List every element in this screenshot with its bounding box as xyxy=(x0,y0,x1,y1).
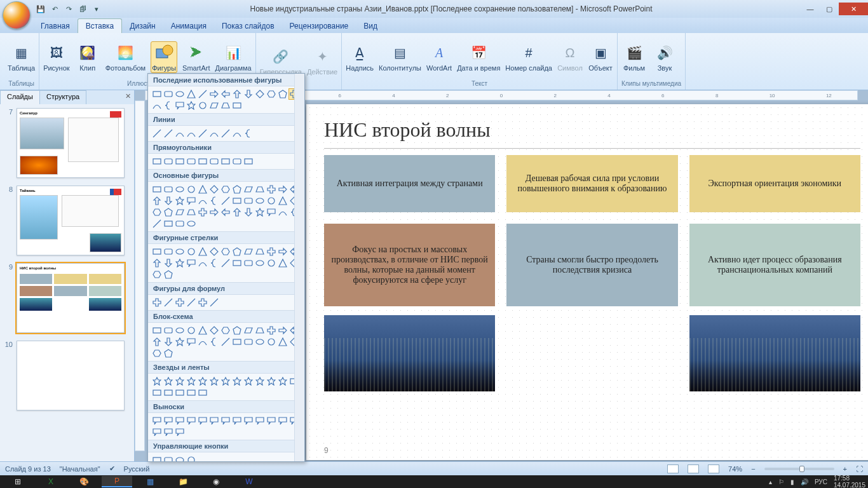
shape-option[interactable] xyxy=(163,100,173,111)
shape-option[interactable] xyxy=(198,297,208,308)
task-excel[interactable]: X xyxy=(36,476,66,487)
shape-option[interactable] xyxy=(175,297,185,308)
shape-option[interactable] xyxy=(266,89,276,99)
shape-option[interactable] xyxy=(266,247,276,257)
shape-option[interactable] xyxy=(220,207,231,217)
shape-option[interactable] xyxy=(186,207,196,217)
status-language[interactable]: Русский xyxy=(124,465,150,473)
shape-option[interactable] xyxy=(175,247,185,257)
shape-option[interactable] xyxy=(175,258,185,268)
shape-option[interactable] xyxy=(163,427,173,437)
shape-option[interactable] xyxy=(175,89,185,99)
outline-tab[interactable]: Структура xyxy=(39,90,86,104)
shape-option[interactable] xyxy=(186,337,196,347)
shape-option[interactable] xyxy=(209,376,219,386)
shape-option[interactable] xyxy=(278,89,288,99)
qat-save-icon[interactable]: 💾 xyxy=(36,4,46,14)
shape-option[interactable] xyxy=(209,128,219,139)
shape-option[interactable] xyxy=(243,128,254,139)
slide-card-6[interactable]: Активно идет процесс образования трансна… xyxy=(689,224,860,306)
shape-option[interactable] xyxy=(186,156,196,166)
shape-option[interactable] xyxy=(255,207,265,217)
shape-option[interactable] xyxy=(243,376,254,386)
shape-option[interactable] xyxy=(243,196,254,206)
minimize-button[interactable]: — xyxy=(801,3,820,15)
clip-button[interactable]: 🎑Клип xyxy=(75,43,100,72)
shape-option[interactable] xyxy=(175,388,185,398)
shape-option[interactable] xyxy=(255,337,265,347)
shape-option[interactable] xyxy=(255,89,265,99)
photoalbum-button[interactable]: 🌅Фотоальбом xyxy=(105,43,146,72)
shape-option[interactable] xyxy=(186,128,196,139)
shape-option[interactable] xyxy=(243,184,254,194)
shape-option[interactable] xyxy=(152,455,162,462)
slide-card-3[interactable]: Экспортная ориентация экономики xyxy=(689,155,860,212)
picture-button[interactable]: 🖼Рисунок xyxy=(43,43,70,72)
shape-option[interactable] xyxy=(209,258,219,268)
shape-option[interactable] xyxy=(163,258,173,268)
shape-option[interactable] xyxy=(152,258,162,268)
shape-option[interactable] xyxy=(152,325,162,336)
shape-option[interactable] xyxy=(220,196,231,206)
qat-redo-icon[interactable]: ↷ xyxy=(64,4,74,14)
shape-option[interactable] xyxy=(232,156,242,166)
task-word[interactable]: W xyxy=(234,476,264,487)
slide-thumb-9[interactable]: 9 НИС второй волны xyxy=(4,263,130,333)
zoom-percent[interactable]: 74% xyxy=(728,465,742,473)
shapes-button[interactable]: Фигуры xyxy=(151,41,177,73)
slide-card-1[interactable]: Активная интеграция между странами xyxy=(324,155,495,212)
view-normal-button[interactable] xyxy=(667,464,679,473)
shape-option[interactable] xyxy=(163,388,173,398)
shape-option[interactable] xyxy=(243,258,254,268)
shape-option[interactable] xyxy=(209,207,219,217)
shape-option[interactable] xyxy=(255,196,265,206)
shape-option[interactable] xyxy=(278,258,288,268)
shape-option[interactable] xyxy=(163,325,173,336)
shape-option[interactable] xyxy=(220,89,231,99)
tray-keyboard-layout[interactable]: РУС xyxy=(815,478,827,485)
shape-option[interactable] xyxy=(255,416,265,426)
shape-option[interactable] xyxy=(175,376,185,386)
shape-option[interactable] xyxy=(186,89,196,99)
shape-option[interactable] xyxy=(266,207,276,217)
shape-option[interactable] xyxy=(186,297,196,308)
shape-option[interactable] xyxy=(209,196,219,206)
shape-option[interactable] xyxy=(163,89,173,99)
shape-option[interactable] xyxy=(163,455,173,462)
shape-option[interactable] xyxy=(278,337,288,347)
shape-option[interactable] xyxy=(198,247,208,257)
tab-slideshow[interactable]: Показ слайдов xyxy=(214,19,282,33)
shape-option[interactable] xyxy=(198,184,208,194)
shape-option[interactable] xyxy=(255,325,265,336)
shape-option[interactable] xyxy=(175,196,185,206)
shape-option[interactable] xyxy=(243,325,254,336)
shape-option[interactable] xyxy=(278,376,288,386)
shape-option[interactable] xyxy=(198,207,208,217)
shape-option[interactable] xyxy=(220,416,231,426)
task-paint[interactable]: 🎨 xyxy=(69,476,99,487)
qat-repeat-icon[interactable]: 🗐 xyxy=(78,4,88,14)
shape-option[interactable] xyxy=(175,337,185,347)
shape-option[interactable] xyxy=(163,337,173,347)
shape-option[interactable] xyxy=(163,156,173,166)
shape-option[interactable] xyxy=(209,297,219,308)
shape-option[interactable] xyxy=(232,337,242,347)
shape-option[interactable] xyxy=(232,325,242,336)
shape-option[interactable] xyxy=(278,184,288,194)
shape-option[interactable] xyxy=(198,337,208,347)
slide-canvas[interactable]: НИС второй волны Активная интеграция меж… xyxy=(306,104,868,460)
shape-option[interactable] xyxy=(255,376,265,386)
shape-option[interactable] xyxy=(186,247,196,257)
shape-option[interactable] xyxy=(266,416,276,426)
tray-network-icon[interactable]: ▮ xyxy=(790,478,794,485)
zoom-slider[interactable] xyxy=(764,468,834,470)
shape-option[interactable] xyxy=(163,184,173,194)
shape-option[interactable] xyxy=(152,269,162,280)
shape-option[interactable] xyxy=(220,376,231,386)
tab-review[interactable]: Рецензирование xyxy=(282,19,356,33)
shape-option[interactable] xyxy=(152,427,162,437)
zoom-in-button[interactable]: + xyxy=(843,465,847,473)
shape-option[interactable] xyxy=(232,196,242,206)
shape-option[interactable] xyxy=(209,337,219,347)
shape-option[interactable] xyxy=(232,184,242,194)
